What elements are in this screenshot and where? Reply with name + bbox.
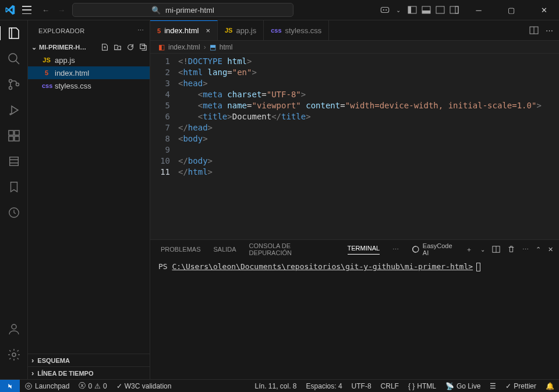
terminal[interactable]: PS C:\Users\oleon\Documents\repositorios… <box>150 259 559 379</box>
file-name: app.js <box>55 56 75 65</box>
copilot-icon[interactable] <box>380 5 390 15</box>
status-bell[interactable]: 🔔 <box>541 382 559 390</box>
status-golive[interactable]: 📡Go Live <box>441 382 485 390</box>
editor-tabs: 5index.html×JSapp.jscssstyless.css ⋯ <box>150 20 559 41</box>
panel-tab-problems[interactable]: PROBLEMAS <box>161 246 200 253</box>
status-prettier[interactable]: ✓Prettier <box>501 382 541 390</box>
check-icon: ✓ <box>116 382 122 390</box>
source-control-icon[interactable] <box>7 77 21 91</box>
outline-section[interactable]: ESQUEMA <box>28 354 150 366</box>
status-encoding[interactable]: UTF-8 <box>347 382 376 390</box>
minimize-button[interactable]: ─ <box>466 0 491 20</box>
easycode-ai[interactable]: EasyCode AI <box>412 242 459 256</box>
menu-button[interactable] <box>22 6 31 14</box>
file-icon: 5 <box>157 27 161 34</box>
close-button[interactable]: ✕ <box>531 0 557 20</box>
editor-tab[interactable]: cssstyless.css <box>264 20 329 40</box>
close-tab-icon[interactable]: × <box>206 26 210 35</box>
layout-sidebar-right-icon[interactable] <box>436 5 445 15</box>
svg-point-13 <box>16 83 19 86</box>
chevron-up-icon[interactable]: ⌃ <box>536 246 541 253</box>
svg-rect-18 <box>15 130 19 135</box>
file-item[interactable]: JSapp.js <box>28 54 150 66</box>
chevron-down-icon[interactable]: ⌄ <box>480 246 485 253</box>
svg-rect-16 <box>9 136 13 141</box>
bottom-panel: PROBLEMAS SALIDA CONSOLA DE DEPURACIÓN T… <box>150 239 559 379</box>
timeline-section[interactable]: LÍNEA DE TIEMPO <box>28 366 150 379</box>
chevron-down-icon: ⌄ <box>31 44 37 51</box>
status-spaces[interactable]: Espacios: 4 <box>302 382 347 390</box>
settings-gear-icon[interactable] <box>7 348 21 362</box>
editor-tab[interactable]: JSapp.js <box>218 20 264 40</box>
code-icon: { } <box>408 382 415 390</box>
svg-rect-0 <box>381 8 389 13</box>
new-folder-icon[interactable] <box>114 43 122 51</box>
editor-tab[interactable]: 5index.html× <box>150 20 218 40</box>
json-icon: ☰ <box>490 382 496 390</box>
search-activity-icon[interactable] <box>7 52 21 66</box>
html-file-icon: ◧ <box>158 43 165 51</box>
chevron-down-icon[interactable]: ⌄ <box>396 7 401 13</box>
minimap[interactable] <box>552 54 559 239</box>
maximize-button[interactable]: ▢ <box>498 0 524 20</box>
breadcrumb-file: index.html <box>168 43 200 51</box>
svg-rect-23 <box>140 44 145 49</box>
status-launchpad[interactable]: Launchpad <box>20 382 74 390</box>
file-icon: JS <box>42 56 51 63</box>
file-item[interactable]: cssstyless.css <box>28 79 150 92</box>
folder-header[interactable]: ⌄ MI-PRIMER-H… <box>28 41 150 54</box>
status-cursor[interactable]: Lín. 11, col. 8 <box>250 382 301 390</box>
file-name: index.html <box>55 69 89 77</box>
explorer-sidebar: EXPLORADOR ⋯ ⌄ MI-PRIMER-H… JSapp.js5ind… <box>28 20 150 379</box>
panel-tab-debug[interactable]: CONSOLA DE DEPURACIÓN <box>249 242 335 256</box>
status-language[interactable]: { }HTML <box>404 382 441 390</box>
more-actions-icon[interactable]: ⋯ <box>546 26 553 35</box>
remote-button[interactable] <box>0 380 20 392</box>
new-terminal-icon[interactable]: ＋ <box>466 245 472 254</box>
breadcrumbs[interactable]: ◧ index.html › ⬒ html <box>150 41 559 54</box>
history-icon[interactable] <box>7 206 21 220</box>
panel-tab-terminal[interactable]: TERMINAL <box>348 245 380 255</box>
split-editor-icon[interactable] <box>529 26 539 35</box>
search-icon: 🔍 <box>151 6 161 15</box>
svg-point-28 <box>27 385 30 387</box>
account-icon[interactable] <box>7 322 21 336</box>
close-panel-icon[interactable]: ✕ <box>548 246 553 253</box>
split-terminal-icon[interactable] <box>492 245 500 253</box>
tab-label: styless.css <box>285 26 322 35</box>
nav-back-icon[interactable]: ← <box>42 6 49 15</box>
trash-icon[interactable] <box>507 245 515 253</box>
layout-panel-icon[interactable] <box>422 5 431 15</box>
check-icon: ✓ <box>505 382 511 390</box>
more-icon[interactable]: ⋯ <box>137 27 144 34</box>
status-problems[interactable]: ⓧ0 ⚠0 <box>74 381 111 391</box>
vscode-logo <box>5 5 15 15</box>
panel-tab-output[interactable]: SALIDA <box>213 246 236 253</box>
svg-point-1 <box>383 9 384 10</box>
tab-label: app.js <box>236 26 256 35</box>
collapse-icon[interactable] <box>139 43 147 51</box>
extensions-icon[interactable] <box>7 129 21 143</box>
file-name: styless.css <box>55 82 91 90</box>
status-w3c[interactable]: ✓ W3C validation <box>112 382 176 390</box>
svg-point-2 <box>385 9 387 10</box>
command-center[interactable]: 🔍 mi-primer-html <box>72 3 293 17</box>
symbol-icon: ⬒ <box>210 43 216 51</box>
new-file-icon[interactable] <box>101 43 109 51</box>
svg-rect-19 <box>9 157 18 166</box>
run-debug-icon[interactable] <box>7 103 21 117</box>
elements-icon[interactable] <box>7 154 21 168</box>
more-icon[interactable]: ⋯ <box>392 246 399 253</box>
status-json[interactable]: ☰ <box>485 382 501 390</box>
status-eol[interactable]: CRLF <box>376 382 404 390</box>
refresh-icon[interactable] <box>126 43 135 51</box>
more-icon[interactable]: ⋯ <box>522 246 529 253</box>
bookmark-icon[interactable] <box>7 180 21 194</box>
svg-rect-7 <box>436 6 444 13</box>
explorer-icon[interactable] <box>0 26 27 40</box>
nav-forward-icon[interactable]: → <box>58 6 65 15</box>
code-editor[interactable]: 1234567891011 <!DOCTYPE html> <html lang… <box>150 54 559 239</box>
file-item[interactable]: 5index.html <box>28 66 150 79</box>
layout-sidebar-left-icon[interactable] <box>408 5 417 15</box>
layout-customize-icon[interactable] <box>450 5 459 15</box>
